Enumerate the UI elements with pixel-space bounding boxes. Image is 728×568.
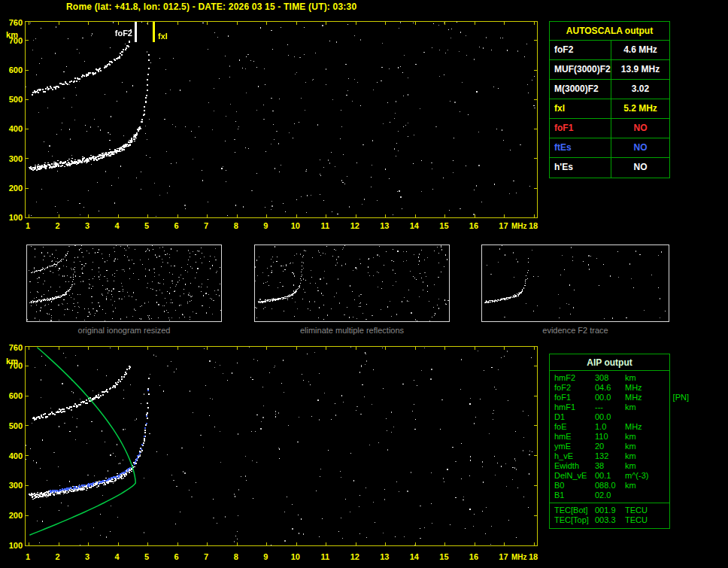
aip-param-label: foF2 (554, 383, 595, 393)
fof2-marker-label: foF2 (105, 29, 132, 38)
aip-param-unit: km (625, 451, 669, 461)
y-axis-tick-label: 300 (2, 154, 23, 163)
y-axis-tick-label: 400 (2, 451, 23, 460)
aip-param-value: 02.0 (595, 491, 625, 500)
y-axis-tick-label: 600 (2, 391, 23, 400)
aip-param-label: hmF1 (554, 402, 595, 412)
x-axis-tick-label: 1 (20, 221, 35, 230)
aip-param-unit: km (625, 442, 669, 451)
x-axis-tick-label: 15 (436, 552, 451, 561)
autoscala-param-label: foF1 (550, 119, 611, 138)
x-axis-tick-label: 6 (169, 221, 184, 230)
aip-param-unit: MHz (625, 383, 669, 393)
aip-param-label: h_vE (554, 451, 595, 461)
aip-param-value: 04.6 (595, 383, 625, 393)
x-axis-tick-label: 7 (199, 552, 214, 561)
thumbnail-reflections-canvas (255, 245, 449, 321)
autoscala-row: M(3000)F2 3.02 (550, 80, 669, 99)
autoscala-param-label: h'Es (550, 158, 611, 178)
autoscala-param-value: 13.9 MHz (611, 60, 669, 79)
aip-param-label: TEC[Bot] (554, 506, 595, 515)
page-root: Rome (lat: +41.8, lon: 012.5) - DATE: 20… (0, 0, 728, 568)
aip-tec-list: TEC[Bot]001.9TECUTEC[Top]003.3TECU (550, 503, 669, 525)
x-axis-tick-label: 4 (110, 552, 125, 561)
x-axis-tick-label: 14 (407, 552, 422, 561)
aip-param-label: B0 (554, 481, 595, 491)
aip-param-value: 088.0 (595, 481, 625, 491)
x-axis-tick-label: 17 (496, 221, 511, 230)
aip-row: TEC[Top]003.3TECU (550, 515, 669, 525)
thumbnail-reflections-removed (254, 245, 450, 322)
aip-param-value: 00.0 (595, 412, 625, 422)
thumbnail-f2-trace (481, 245, 669, 322)
bottom-plot-x-unit-label: MHz (511, 553, 527, 561)
aip-param-unit: TECU (625, 506, 669, 515)
aip-note: [PN] (673, 393, 689, 402)
aip-param-label: hmE (554, 432, 595, 442)
aip-table: AIP output hmF2308kmfoF204.6MHzfoF100.0M… (549, 354, 670, 529)
x-axis-tick-label: 2 (50, 221, 65, 230)
x-axis-tick-label: 18 (526, 552, 541, 561)
thumbnail-original-canvas (27, 245, 221, 321)
aip-row: foF100.0MHz[PN] (550, 393, 669, 402)
thumbnail-f2-canvas (482, 245, 669, 321)
autoscala-row: ftEs NO (550, 138, 669, 158)
autoscala-param-value: NO (611, 158, 669, 178)
aip-param-label: DelN_vE (554, 471, 595, 481)
x-axis-tick-label: 11 (317, 221, 332, 230)
fxi-marker-line (153, 22, 155, 42)
aip-param-unit: km (625, 373, 669, 383)
top-plot-y-axis: 760700600500400300200100 (2, 23, 23, 220)
x-axis-tick-label: 3 (80, 221, 95, 230)
y-axis-tick-label: 500 (2, 95, 23, 104)
bottom-plot-y-unit-label: km (2, 357, 23, 366)
autoscala-row: fxI 5.2 MHz (550, 99, 669, 119)
x-axis-tick-label: 17 (496, 552, 511, 561)
aip-row: TEC[Bot]001.9TECU (550, 506, 669, 515)
aip-param-unit: TECU (625, 515, 669, 525)
x-axis-tick-label: 11 (317, 552, 332, 561)
y-axis-tick-label: 760 (2, 18, 23, 27)
top-ionogram-plot: foF2 fxI (25, 21, 538, 218)
aip-param-value: 308 (595, 373, 625, 383)
y-axis-tick-label: 100 (2, 213, 23, 222)
autoscala-table: AUTOSCALA output foF2 4.6 MHz MUF(3000)F… (549, 21, 670, 178)
aip-param-label: hmF2 (554, 373, 595, 383)
autoscala-row: foF1 NO (550, 119, 669, 138)
x-axis-tick-label: 2 (50, 552, 65, 561)
x-axis-tick-label: 14 (407, 221, 422, 230)
aip-param-value: 00.0 (595, 393, 625, 402)
x-axis-tick-label: 8 (229, 552, 244, 561)
x-axis-tick-label: 10 (288, 221, 303, 230)
bottom-ionogram-canvas (26, 347, 537, 545)
aip-row: hmF1---km (550, 402, 669, 412)
x-axis-tick-label: 3 (80, 552, 95, 561)
aip-row: hmE110km (550, 432, 669, 442)
top-plot-x-axis: 123456789101112131415161718 (28, 221, 536, 232)
x-axis-tick-label: 7 (199, 221, 214, 230)
x-axis-tick-label: 1 (20, 552, 35, 561)
bottom-ionogram-plot (25, 346, 538, 546)
top-plot-x-unit-label: MHz (511, 222, 527, 230)
fxi-marker-label: fxI (158, 32, 168, 41)
aip-param-value: --- (595, 402, 625, 412)
aip-param-value: 20 (595, 442, 625, 451)
fof2-marker-line (135, 22, 137, 42)
autoscala-param-value: NO (611, 119, 669, 138)
x-axis-tick-label: 6 (169, 552, 184, 561)
x-axis-tick-label: 10 (288, 552, 303, 561)
x-axis-tick-label: 5 (139, 552, 154, 561)
x-axis-tick-label: 9 (258, 552, 273, 561)
autoscala-param-label: MUF(3000)F2 (550, 60, 611, 79)
autoscala-row: h'Es NO (550, 158, 669, 178)
aip-param-value: 1.0 (595, 422, 625, 432)
autoscala-row: foF2 4.6 MHz (550, 41, 669, 60)
aip-param-unit (625, 491, 669, 500)
autoscala-param-label: ftEs (550, 138, 611, 157)
aip-param-label: B1 (554, 491, 595, 500)
thumbnail-original-ionogram (26, 245, 222, 322)
y-axis-tick-label: 200 (2, 184, 23, 193)
x-axis-tick-label: 9 (258, 221, 273, 230)
top-plot-y-unit-label: km (2, 30, 23, 39)
autoscala-param-label: M(3000)F2 (550, 80, 611, 99)
